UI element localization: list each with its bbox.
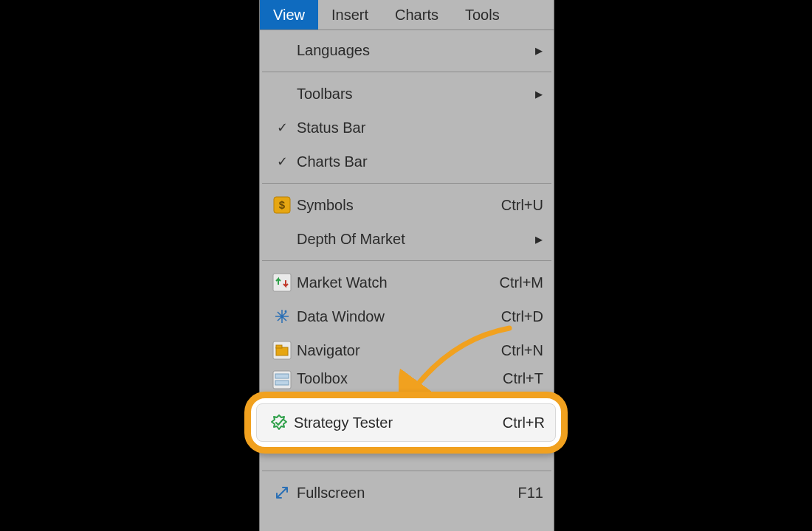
tab-insert-label: Insert (331, 7, 368, 24)
menu-item-charts-bar[interactable]: ✓ Charts Bar (260, 145, 554, 178)
fullscreen-icon (267, 483, 297, 502)
tab-charts-label: Charts (395, 7, 438, 24)
menu-separator (262, 183, 551, 184)
menu-item-label: Navigator (297, 342, 501, 359)
menu-item-depth-of-market[interactable]: Depth Of Market ▸ (260, 222, 554, 256)
submenu-arrow-icon: ▸ (534, 85, 543, 103)
menu-item-symbols[interactable]: $ Symbols Ctrl+U (260, 188, 554, 222)
menu-item-label: Depth Of Market (297, 231, 534, 248)
check-icon: ✓ (267, 153, 297, 170)
svg-text:$: $ (279, 198, 286, 211)
menu-item-label: Toolbox (297, 370, 503, 387)
tab-view[interactable]: View (260, 0, 318, 30)
toolbox-icon (267, 370, 297, 389)
menu-item-label: Strategy Tester (294, 414, 503, 431)
svg-rect-2 (273, 274, 291, 291)
submenu-arrow-icon: ▸ (534, 41, 543, 59)
menu-item-toolbars[interactable]: Toolbars ▸ (260, 77, 554, 111)
menu-item-accelerator: F11 (518, 485, 543, 502)
menu-item-accelerator: Ctrl+M (500, 274, 543, 291)
menu-item-label: Symbols (297, 197, 501, 214)
menu-item-fullscreen[interactable]: Fullscreen F11 (260, 476, 554, 510)
menu-item-accelerator: Ctrl+T (503, 370, 543, 387)
submenu-arrow-icon: ▸ (534, 230, 543, 248)
market-watch-icon (267, 273, 297, 292)
menu-item-label: Data Window (297, 308, 501, 325)
tab-tools-label: Tools (465, 7, 500, 24)
menu-item-label: Toolbars (297, 86, 534, 103)
tab-charts[interactable]: Charts (382, 0, 452, 30)
strategy-tester-icon (264, 413, 294, 432)
tab-view-label: View (273, 7, 305, 24)
svg-rect-8 (275, 374, 289, 378)
menu-item-accelerator: Ctrl+N (501, 342, 543, 359)
menu-item-status-bar[interactable]: ✓ Status Bar (260, 111, 554, 145)
menu-separator (262, 260, 551, 261)
menu-item-accelerator: Ctrl+U (501, 197, 543, 214)
menu-separator (262, 471, 551, 471)
menu-item-label: Market Watch (297, 274, 500, 291)
menu-item-strategy-tester[interactable]: Strategy Tester Ctrl+R (256, 403, 556, 442)
svg-rect-9 (275, 381, 289, 385)
menu-item-languages[interactable]: Languages ▸ (260, 33, 554, 67)
menu-separator (262, 72, 551, 72)
menu-item-accelerator: Ctrl+D (501, 308, 543, 325)
tab-tools[interactable]: Tools (452, 0, 513, 30)
menu-item-label: Languages (297, 42, 534, 59)
menubar: View Insert Charts Tools (260, 0, 554, 30)
navigator-icon (267, 341, 297, 360)
data-window-icon (267, 307, 297, 326)
svg-point-3 (285, 310, 287, 313)
tab-insert[interactable]: Insert (318, 0, 382, 30)
check-icon: ✓ (267, 119, 297, 136)
menu-item-label: Charts Bar (297, 153, 543, 170)
menu-item-navigator[interactable]: Navigator Ctrl+N (260, 333, 554, 367)
symbols-icon: $ (267, 195, 297, 215)
menu-item-label: Status Bar (297, 119, 543, 136)
menu-item-label: Fullscreen (297, 485, 518, 502)
view-menu-panel: View Insert Charts Tools Languages ▸ Too… (259, 0, 554, 531)
menu-item-toolbox[interactable]: Toolbox Ctrl+T (260, 367, 554, 392)
menu-item-data-window[interactable]: Data Window Ctrl+D (260, 299, 554, 333)
svg-rect-6 (276, 345, 282, 348)
menu-item-accelerator: Ctrl+R (503, 414, 545, 431)
svg-rect-5 (276, 347, 288, 355)
menu-item-market-watch[interactable]: Market Watch Ctrl+M (260, 266, 554, 299)
